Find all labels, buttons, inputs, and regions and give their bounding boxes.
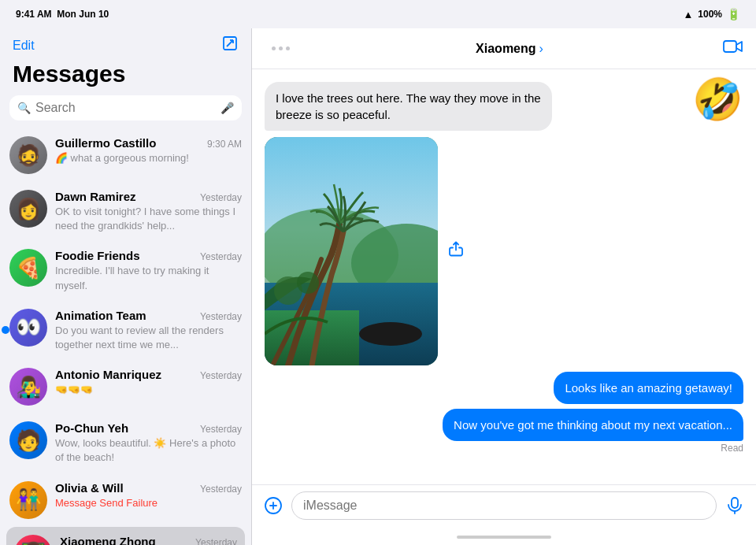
home-indicator: [252, 529, 756, 545]
read-receipt: Read: [721, 443, 743, 454]
conv-time: 9:30 AM: [207, 139, 242, 150]
conv-preview: Message Send Failure: [55, 496, 242, 510]
add-attachment-button[interactable]: [261, 494, 285, 517]
conv-content: Po-Chun Yeh Yesterday Wow, looks beautif…: [55, 421, 242, 465]
conv-time: Yesterday: [200, 370, 242, 381]
header-dot: [279, 46, 283, 50]
conv-time: Yesterday: [200, 192, 242, 203]
conv-content: Dawn Ramirez Yesterday OK to visit tonig…: [55, 190, 242, 233]
conv-time: Yesterday: [200, 251, 242, 262]
svg-line-1: [227, 40, 233, 46]
avatar: 🧑: [9, 421, 47, 459]
battery-level: 100%: [698, 9, 722, 20]
battery-icon: 🔋: [727, 8, 740, 20]
conv-preview: 🌈 what a gorgeous morning!: [55, 151, 242, 165]
avatar: 👩‍💻: [14, 535, 52, 546]
svg-point-13: [297, 272, 319, 294]
list-item[interactable]: 👩 Dawn Ramirez Yesterday OK to visit ton…: [0, 182, 251, 241]
conv-preview: OK to visit tonight? I have some things …: [55, 205, 242, 233]
chat-contact-name: Xiaomeng: [476, 42, 536, 56]
share-button[interactable]: [447, 241, 465, 262]
list-item-active[interactable]: 👩‍💻 Xiaomeng Zhong Yesterday Now you've …: [6, 527, 245, 546]
conv-time: Yesterday: [195, 537, 237, 546]
conv-preview: 🤜🤜🤜: [55, 383, 242, 397]
sidebar-title: Messages: [0, 59, 251, 95]
list-item[interactable]: 🧑 Po-Chun Yeh Yesterday Wow, looks beaut…: [0, 413, 251, 473]
message-image-container: [265, 137, 438, 365]
header-dot: [272, 46, 276, 50]
search-icon: 🔍: [17, 102, 31, 114]
conv-name: Foodie Friends: [55, 249, 140, 262]
svg-point-10: [359, 322, 422, 346]
status-time: 9:41 AM Mon Jun 10: [16, 9, 109, 20]
conv-preview: Wow, looks beautiful. ☀️ Here's a photo …: [55, 436, 242, 465]
sidebar: Edit Messages 🔍 🎤 🧔: [0, 28, 252, 545]
video-call-button[interactable]: [723, 39, 743, 58]
conv-time: Yesterday: [200, 311, 242, 322]
message-bubble: Now you've got me thinking about my next…: [443, 409, 743, 441]
conv-content: Foodie Friends Yesterday Incredible. I'l…: [55, 249, 242, 292]
edit-button[interactable]: Edit: [13, 39, 35, 53]
conv-time: Yesterday: [200, 484, 242, 495]
mic-button[interactable]: [723, 494, 747, 517]
avatar: 👀: [9, 309, 47, 347]
header-dots: [265, 46, 296, 50]
svg-rect-4: [724, 41, 736, 52]
message-bubble: I love the trees out here. The way they …: [265, 82, 552, 131]
input-bar: [252, 484, 756, 529]
message-bubble: Looks like an amazing getaway!: [554, 372, 743, 404]
avatar: 👩: [9, 190, 47, 228]
message-sent: Looks like an amazing getaway!: [554, 372, 743, 404]
wifi-icon: ▲: [683, 9, 693, 20]
conv-name: Animation Team: [55, 309, 146, 322]
list-item[interactable]: 👨‍🎤 Antonio Manriquez Yesterday 🤜🤜🤜: [0, 360, 251, 413]
svg-rect-17: [732, 498, 738, 508]
sent-message-group: Looks like an amazing getaway! Now you'v…: [265, 372, 743, 454]
search-bar[interactable]: 🔍 🎤: [9, 95, 242, 120]
chat-messages: 🤣 I love the trees out here. The way the…: [252, 69, 756, 484]
list-item[interactable]: 👫 Olivia & Will Yesterday Message Send F…: [0, 473, 251, 527]
chat-area: Xiaomeng › 🤣 I love the trees out here. …: [252, 28, 756, 545]
conv-content: Animation Team Yesterday Do you want to …: [55, 309, 242, 352]
avatar: 🍕: [9, 249, 47, 287]
conv-preview: Do you want to review all the renders to…: [55, 324, 242, 352]
conv-name: Guillermo Castillo: [55, 136, 156, 150]
compose-button[interactable]: [221, 35, 239, 56]
message-image[interactable]: [265, 137, 438, 365]
conv-preview: Incredible. I'll have to try making it m…: [55, 264, 242, 292]
unread-indicator: [2, 326, 9, 334]
conversation-list: 🧔 Guillermo Castillo 9:30 AM 🌈 what a go…: [0, 128, 251, 545]
list-item[interactable]: 🍕 Foodie Friends Yesterday Incredible. I…: [0, 241, 251, 300]
conv-content: Guillermo Castillo 9:30 AM 🌈 what a gorg…: [55, 136, 242, 165]
conv-content: Olivia & Will Yesterday Message Send Fai…: [55, 481, 242, 510]
reaction-emoji: 🤣: [692, 76, 743, 124]
avatar: 👨‍🎤: [9, 368, 47, 406]
list-item[interactable]: 🧔 Guillermo Castillo 9:30 AM 🌈 what a go…: [0, 128, 251, 182]
conv-name: Po-Chun Yeh: [55, 421, 128, 435]
message-received: I love the trees out here. The way they …: [265, 82, 552, 131]
message-input[interactable]: [291, 491, 717, 520]
conv-name: Xiaomeng Zhong: [60, 535, 156, 546]
conv-time: Yesterday: [200, 424, 242, 435]
conv-content: Xiaomeng Zhong Yesterday Now you've got …: [60, 535, 237, 546]
header-dot: [286, 46, 290, 50]
chat-name-wrap[interactable]: Xiaomeng ›: [296, 42, 723, 56]
mic-icon: 🎤: [220, 102, 234, 114]
search-input[interactable]: [35, 101, 216, 115]
chevron-icon: ›: [539, 42, 543, 56]
app-container: Edit Messages 🔍 🎤 🧔: [0, 28, 756, 545]
status-indicators: ▲ 100% 🔋: [683, 8, 740, 20]
status-bar: 9:41 AM Mon Jun 10 ▲ 100% 🔋: [0, 0, 756, 28]
sidebar-header: Edit: [0, 28, 251, 59]
message-sent-last: Now you've got me thinking about my next…: [443, 409, 743, 441]
home-bar: [457, 536, 551, 539]
conv-name: Dawn Ramirez: [55, 190, 136, 203]
list-item[interactable]: 👀 Animation Team Yesterday Do you want t…: [0, 301, 251, 360]
avatar: 🧔: [9, 136, 47, 174]
avatar: 👫: [9, 481, 47, 519]
conv-name: Olivia & Will: [55, 481, 124, 495]
conv-name: Antonio Manriquez: [55, 368, 161, 381]
chat-header: Xiaomeng ›: [252, 28, 756, 69]
conv-content: Antonio Manriquez Yesterday 🤜🤜🤜: [55, 368, 242, 397]
